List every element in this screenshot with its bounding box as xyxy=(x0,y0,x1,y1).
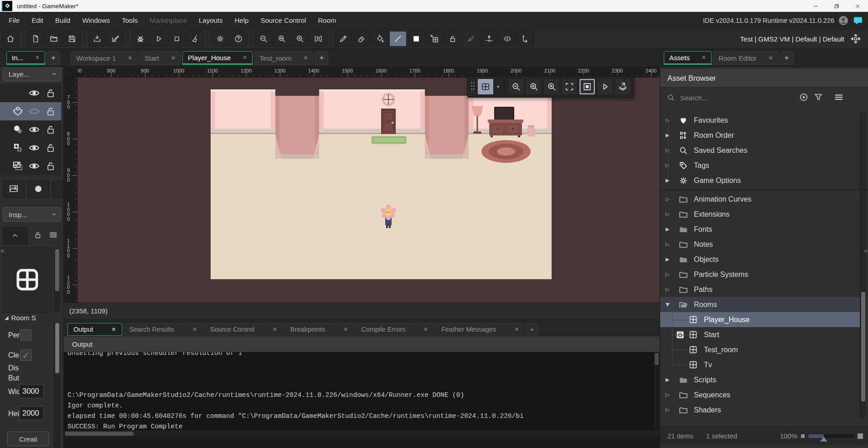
close-icon[interactable]: ✕ xyxy=(343,326,348,333)
inspector-tab-in-[interactable]: In...✕ xyxy=(6,51,45,65)
output-tab-breakpoints[interactable]: Breakpoints✕ xyxy=(284,323,354,336)
open-project-button[interactable] xyxy=(45,31,62,47)
output-console[interactable]: Unsetting previous scheduler resolution … xyxy=(64,352,660,430)
tree-item-rooms[interactable]: ▼Rooms xyxy=(660,297,860,312)
workspace-tab-player-house[interactable]: Player_House✕ xyxy=(182,51,253,65)
tree-arrow-icon[interactable]: ▶ xyxy=(666,226,672,232)
tree-item-fonts[interactable]: ▶Fonts xyxy=(660,222,860,237)
close-icon[interactable]: ✕ xyxy=(192,326,197,333)
tree-item-scripts[interactable]: ▶Scripts xyxy=(660,372,860,387)
path-tool-button[interactable] xyxy=(517,31,534,47)
zoom-reset-button[interactable] xyxy=(273,31,290,47)
snap-settings-button[interactable] xyxy=(480,31,498,47)
tree-arrow-icon[interactable]: ▶ xyxy=(666,177,672,183)
fit-window-button[interactable] xyxy=(310,31,327,47)
menu-layouts[interactable]: Layouts xyxy=(193,12,229,29)
add-asset-button[interactable] xyxy=(796,91,811,104)
lock-tool-button[interactable] xyxy=(444,31,461,47)
console-horizontal-scrollbar[interactable] xyxy=(64,430,660,437)
close-button[interactable] xyxy=(847,0,868,12)
create-executable-button[interactable] xyxy=(88,31,106,47)
collapse-left-panel-button[interactable]: « xyxy=(0,246,4,254)
room-settings-header[interactable]: ◢ Room S xyxy=(5,314,36,322)
layer-row-1[interactable] xyxy=(0,84,61,102)
canvas-fullscreen-button[interactable] xyxy=(561,78,578,95)
help-button[interactable] xyxy=(230,31,247,47)
close-icon[interactable]: ✕ xyxy=(514,326,519,333)
canvas-layers-button[interactable] xyxy=(615,78,631,95)
home-button[interactable] xyxy=(2,31,19,47)
run-button[interactable] xyxy=(150,31,167,47)
workspace-new-tab-button[interactable]: + xyxy=(315,51,328,65)
layer-row-3[interactable] xyxy=(0,120,61,139)
tree-item-extensions[interactable]: ▷Extensions xyxy=(660,207,860,222)
target-device-icon[interactable] xyxy=(847,31,864,47)
tree-arrow-icon[interactable]: ▷ xyxy=(666,392,672,398)
feather-select-button[interactable] xyxy=(462,31,480,47)
close-icon[interactable]: ✕ xyxy=(303,55,308,61)
tree-arrow-icon[interactable]: ▷ xyxy=(666,211,672,217)
canvas-border-toggle-button[interactable] xyxy=(579,78,595,95)
tree-item-notes[interactable]: ▷Notes xyxy=(660,237,860,252)
output-tab-feather-messages[interactable]: Feather Messages✕ xyxy=(435,323,525,336)
canvas-zoom-out-button[interactable] xyxy=(508,78,524,95)
code-view-button[interactable] xyxy=(499,31,516,47)
preview-scrollbar[interactable] xyxy=(54,247,60,312)
zoom-out-button[interactable] xyxy=(255,31,272,47)
layer-row-4[interactable] xyxy=(0,139,61,157)
zoom-in-button[interactable] xyxy=(291,31,309,47)
lock-open-icon[interactable] xyxy=(45,124,57,135)
user-avatar-icon[interactable] xyxy=(838,15,849,26)
asset-tree-scrollbar[interactable] xyxy=(860,113,866,417)
quick-item-favourites[interactable]: ▷Favourites xyxy=(660,113,860,128)
inspector-menu-button[interactable] xyxy=(46,227,60,244)
minimize-button[interactable] xyxy=(805,0,826,12)
visibility-eye-icon[interactable] xyxy=(28,87,40,99)
canvas-zoom-reset-button[interactable] xyxy=(526,78,542,95)
close-icon[interactable]: ✕ xyxy=(112,326,116,333)
quick-item-saved-searches[interactable]: ▷Saved Searches xyxy=(660,143,860,158)
filter-button[interactable] xyxy=(811,91,826,104)
save-project-button[interactable] xyxy=(63,31,81,47)
visibility-eye-icon[interactable] xyxy=(28,105,40,117)
tree-arrow-icon[interactable]: ▶ xyxy=(666,256,672,262)
clean-button[interactable] xyxy=(186,31,204,47)
tree-arrow-icon[interactable]: ▷ xyxy=(666,162,672,168)
tree-item-sequences[interactable]: ▷Sequences xyxy=(660,387,860,402)
cle-checkbox[interactable]: ✓ xyxy=(20,349,31,361)
menu-source-control[interactable]: Source Control xyxy=(254,12,312,29)
tree-item-player-house[interactable]: Player_House xyxy=(660,312,860,327)
close-icon[interactable]: ✕ xyxy=(424,326,428,333)
tree-item-start[interactable]: Start xyxy=(660,327,860,342)
settings-button[interactable] xyxy=(212,31,229,47)
toolbar-drag-handle-icon[interactable] xyxy=(470,81,475,92)
quick-item-game-options[interactable]: ▶Game Options xyxy=(660,173,860,188)
restore-button[interactable] xyxy=(826,0,847,12)
output-tab-source-control[interactable]: Source Control✕ xyxy=(204,323,283,336)
output-tab-search-results[interactable]: Search Results✕ xyxy=(124,323,203,336)
add-layer-more-button[interactable] xyxy=(52,181,64,198)
tree-item-tv[interactable]: Tv xyxy=(660,357,860,372)
feedback-chat-icon[interactable] xyxy=(852,15,863,26)
tree-arrow-icon[interactable]: ▶ xyxy=(666,377,672,383)
layer-row-5[interactable] xyxy=(0,157,61,175)
visibility-eye-icon[interactable] xyxy=(28,142,40,154)
menu-windows[interactable]: Windows xyxy=(76,12,116,29)
output-tab-compile-errors[interactable]: Compile Errors✕ xyxy=(355,323,434,336)
package-build-button[interactable] xyxy=(107,31,124,47)
tree-item-animation-curves[interactable]: ▷Animation Curves xyxy=(660,192,860,207)
quick-item-tags[interactable]: ▷Tags xyxy=(660,158,860,173)
tree-arrow-icon[interactable]: ▷ xyxy=(666,147,672,153)
canvas-run-button[interactable] xyxy=(597,78,613,95)
tree-arrow-icon[interactable]: ▷ xyxy=(666,287,672,292)
tree-arrow-icon[interactable]: ▷ xyxy=(666,271,672,277)
tree-arrow-icon[interactable]: ▼ xyxy=(666,302,672,307)
hei-input[interactable] xyxy=(19,406,44,420)
workspace-tab-workspace-1[interactable]: Workspace 1✕ xyxy=(71,51,138,65)
wid-input[interactable] xyxy=(19,384,44,398)
tree-arrow-icon[interactable]: ▷ xyxy=(666,117,672,123)
workspace-tab-test-room[interactable]: Test_room✕ xyxy=(254,51,313,65)
lock-open-icon[interactable] xyxy=(45,160,57,172)
tree-item-particle-systems[interactable]: ▷Particle Systems xyxy=(660,267,860,282)
output-new-tab-button[interactable]: + xyxy=(526,323,538,336)
